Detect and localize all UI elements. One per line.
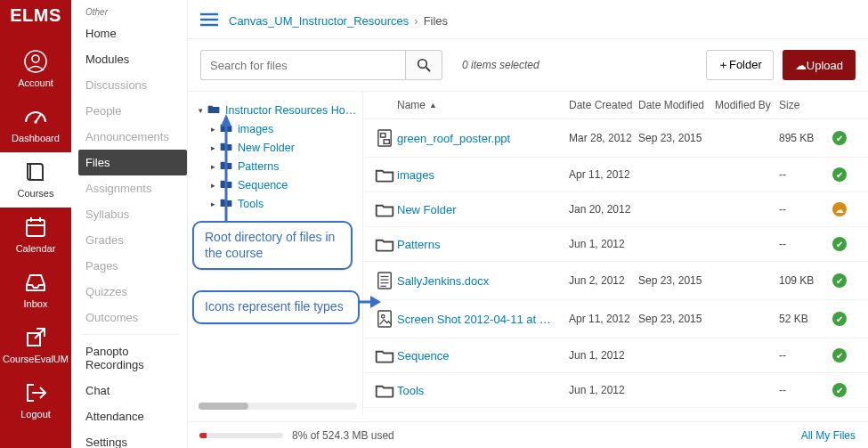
file-row[interactable]: Screen Shot 2012-04-11 at … Apr 11, 2012… [363, 300, 868, 338]
coursenav-item[interactable]: Grades [78, 227, 187, 253]
col-header-size[interactable]: Size [779, 99, 832, 111]
item-created: Jun 1, 2012 [569, 238, 638, 250]
item-name-link[interactable]: green_roof_poster.ppt [397, 132, 569, 145]
nav-courseeval[interactable]: CourseEvalUM [0, 318, 71, 373]
item-size: -- [779, 203, 832, 216]
tree-item-label[interactable]: Sequence [238, 179, 288, 191]
tree-item-label[interactable]: New Folder [238, 142, 295, 154]
file-listing: Name▲ Date Created Date Modified Modifie… [362, 92, 868, 415]
item-name-link[interactable]: SallyJenkins.docx [397, 274, 569, 288]
file-row[interactable]: SallyJenkins.docx Jun 2, 2012 Sep 23, 20… [363, 262, 868, 300]
status-green-icon: ✔ [832, 237, 847, 251]
ppt-icon [372, 128, 397, 148]
callout-arrow-icons [360, 296, 381, 308]
item-status[interactable]: ✔ [832, 273, 859, 289]
item-name-link[interactable]: Patterns [397, 238, 569, 251]
item-created: Apr 11, 2012 [569, 313, 638, 325]
item-size: 109 KB [779, 274, 832, 287]
tree-item-label[interactable]: Tools [238, 198, 264, 210]
svg-rect-19 [384, 140, 389, 144]
item-status[interactable]: ☁ [832, 202, 859, 217]
item-status[interactable]: ✔ [832, 312, 859, 327]
nav-dashboard[interactable]: Dashboard [0, 97, 71, 152]
coursenav-item[interactable]: Quizzes [78, 279, 187, 305]
folder-row[interactable]: Sequence Jun 1, 2012 -- ✔ [363, 338, 868, 373]
item-status[interactable]: ✔ [832, 383, 859, 398]
item-created: Jun 1, 2012 [569, 349, 638, 362]
tree-h-scrollbar[interactable] [199, 403, 357, 410]
nav-calendar[interactable]: Calendar [0, 208, 71, 263]
nav-label: Account [0, 77, 71, 88]
item-modified: Sep 23, 2015 [638, 132, 715, 144]
folder-row[interactable]: Patterns Jun 1, 2012 -- ✔ [363, 227, 868, 262]
col-header-created[interactable]: Date Created [569, 99, 638, 111]
folder-row[interactable]: images Apr 11, 2012 -- ✔ [363, 158, 868, 192]
folder-icon [372, 236, 397, 252]
nav-label: Courses [0, 188, 71, 199]
item-name-link[interactable]: Tools [397, 384, 569, 397]
item-name-link[interactable]: Screen Shot 2012-04-11 at … [397, 313, 569, 326]
file-row[interactable]: vancouver_public_schools_… Mar 28, 2012 … [363, 408, 868, 415]
nav-logout[interactable]: Logout [0, 373, 71, 428]
logout-icon [0, 380, 71, 405]
coursenav-item[interactable]: Syllabus [78, 201, 187, 227]
listing-header: Name▲ Date Created Date Modified Modifie… [363, 92, 868, 119]
callout-root-dir: Root directory of files in the course [192, 221, 353, 270]
selection-count: 0 items selected [462, 59, 539, 71]
tree-item-label[interactable]: images [238, 123, 273, 135]
nav-label: Inbox [0, 298, 71, 309]
coursenav-item[interactable]: Announcements [78, 124, 187, 150]
tree-h-scrollbar-thumb[interactable] [199, 403, 248, 410]
col-header-modified[interactable]: Date Modified [638, 99, 715, 111]
new-folder-button[interactable]: ＋Folder [706, 50, 774, 80]
nav-label: Dashboard [0, 133, 71, 143]
triangle-right-icon: ▸ [211, 162, 220, 171]
folder-row[interactable]: Tools Jun 1, 2012 -- ✔ [363, 373, 868, 408]
coursenav-item[interactable]: Attendance [78, 403, 187, 429]
image-icon [372, 309, 397, 329]
svg-line-16 [426, 68, 431, 72]
item-created: Jan 20, 2012 [569, 203, 638, 216]
nav-courses[interactable]: Courses [0, 152, 71, 208]
coursenav-item[interactable]: Home [78, 20, 187, 46]
col-header-modified-by[interactable]: Modified By [715, 99, 779, 111]
nav-inbox[interactable]: Inbox [0, 263, 71, 318]
cloud-upload-icon: ☁ [795, 59, 807, 72]
search-button[interactable] [405, 50, 442, 80]
coursenav-item[interactable]: Chat [78, 378, 187, 403]
all-my-files-link[interactable]: All My Files [801, 429, 856, 442]
nav-label: Calendar [0, 243, 71, 254]
coursenav-item[interactable]: Files [78, 150, 187, 175]
breadcrumb-course-link[interactable]: Canvas_UM_Instructor_Resources [229, 14, 409, 28]
item-name-link[interactable]: New Folder [397, 203, 569, 216]
gauge-icon [0, 104, 71, 129]
item-created: Mar 28, 2012 [569, 132, 638, 144]
folder-row[interactable]: New Folder Jan 20, 2012 -- ☁ [363, 192, 868, 227]
item-status[interactable]: ✔ [832, 167, 859, 183]
svg-point-3 [34, 120, 37, 123]
tree-item-label[interactable]: Patterns [238, 160, 280, 173]
coursenav-item[interactable]: People [78, 98, 187, 124]
tree-root-label[interactable]: Instructor Resources Home Page [225, 104, 357, 117]
file-row[interactable]: green_roof_poster.ppt Mar 28, 2012 Sep 2… [363, 119, 868, 158]
coursenav-item[interactable]: Outcomes [78, 305, 187, 330]
item-name-link[interactable]: images [397, 168, 569, 182]
nav-account[interactable]: Account [0, 42, 71, 97]
item-status[interactable]: ✔ [832, 348, 859, 363]
item-status[interactable]: ✔ [832, 131, 859, 146]
item-name-link[interactable]: Sequence [397, 349, 569, 362]
coursenav-item[interactable]: Pages [78, 253, 187, 279]
coursenav-item[interactable]: Modules [78, 46, 187, 72]
coursenav-item[interactable]: Assignments [78, 175, 187, 201]
brand-logo: ELMS [10, 5, 61, 26]
coursenav-item[interactable]: Settings [78, 429, 187, 448]
coursenav-item[interactable]: Discussions [78, 72, 187, 98]
col-header-name[interactable]: Name▲ [397, 99, 569, 111]
item-status[interactable]: ✔ [832, 237, 859, 252]
upload-button[interactable]: ☁Upload [783, 50, 856, 80]
hamburger-icon[interactable] [200, 11, 229, 31]
coursenav-item[interactable]: Panopto Recordings [78, 338, 187, 378]
svg-point-15 [418, 60, 427, 69]
search-input[interactable] [200, 50, 405, 80]
sort-asc-icon: ▲ [429, 101, 437, 110]
